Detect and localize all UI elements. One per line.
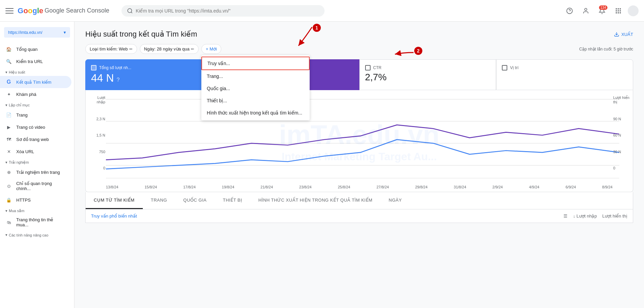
sidebar-item-tong-quan[interactable]: 🏠 Tổng quan: [0, 43, 71, 55]
sidebar-label: Kiểm tra URL: [16, 59, 43, 64]
app-title: Google Search Console: [45, 7, 109, 14]
dropdown-trang[interactable]: Trang...: [201, 70, 310, 82]
search-type-label: Loại tìm kiếm: Web: [90, 46, 128, 52]
search-input[interactable]: [136, 8, 319, 14]
export-button[interactable]: XUẤT: [614, 32, 633, 37]
metric-checkbox[interactable]: [365, 65, 371, 70]
sidebar-label: Kết quả Tìm kiếm: [16, 80, 51, 85]
header-actions: 134: [563, 4, 639, 18]
lock-icon: 🔒: [5, 197, 12, 203]
bottom-bar: Truy vấn phổ biến nhất ☰ ↓ Lượt nhập Lượ…: [85, 209, 633, 223]
help-button[interactable]: [563, 4, 576, 18]
col-luot-nhap[interactable]: ↓ Lượt nhập: [573, 213, 597, 219]
page-header: Hiệu suất trong kết quả Tìm kiếm XUẤT: [85, 30, 633, 39]
notifications-button[interactable]: 134: [595, 4, 609, 18]
sidebar-label: HTTPS: [16, 198, 31, 203]
y-label: 30 N: [613, 150, 630, 154]
y-label: 0: [88, 166, 105, 170]
notification-count: 134: [599, 5, 607, 10]
x-label: 4/9/24: [529, 185, 539, 189]
metric-checkbox[interactable]: [502, 65, 507, 70]
y-label: 0: [613, 166, 630, 170]
x-label: 13/8/24: [106, 185, 118, 189]
metrics-row: Tổng số lượt nh... 44 N ? Tổng số lượt h…: [85, 59, 633, 90]
date-range-filter[interactable]: Ngày: 28 ngày vừa qua ✏: [140, 44, 199, 54]
tab-quoc-gia[interactable]: QUỐC GIA: [175, 192, 215, 209]
y-label: 750: [88, 150, 105, 154]
x-label: 15/8/24: [145, 185, 157, 189]
sidebar-item-kiem-tra-url[interactable]: 🔍 Kiểm tra URL: [0, 55, 71, 67]
site-url: https://imta.edu.vn/: [8, 30, 42, 35]
sidebar-item-trang-co-video[interactable]: ▶ Trang có video: [0, 121, 71, 133]
sidebar-item-xoa-url[interactable]: ✕ Xóa URL: [0, 145, 71, 158]
section-lap-chi-muc[interactable]: ▾ Lập chỉ mục: [0, 100, 74, 109]
tab-thiet-bi[interactable]: THIẾT BỊ: [215, 192, 250, 209]
dropdown-quoc-gia[interactable]: Quốc gia...: [201, 82, 310, 95]
user-avatar[interactable]: [628, 5, 639, 16]
experience-icon: ⊕: [5, 169, 12, 176]
main-content: Hiệu suất trong kết quả Tìm kiếm XUẤT Lo…: [74, 22, 644, 308]
google-logo: Google Google Search Console: [18, 6, 109, 15]
sidebar-item-kham-pha[interactable]: ✦ Khám phá: [0, 88, 71, 100]
account-button[interactable]: [579, 4, 593, 18]
new-filter-button[interactable]: + Mới: [201, 44, 221, 54]
menu-icon[interactable]: [5, 7, 14, 15]
y-label: 60 N: [613, 133, 630, 137]
svg-rect-12: [620, 12, 621, 13]
sidebar-item-ket-qua-tim-kiem[interactable]: G Kết quả Tìm kiếm: [0, 76, 71, 88]
section-hieu-suat[interactable]: ▾ Hiệu suất: [0, 67, 74, 76]
metric-help-icon[interactable]: ?: [117, 77, 120, 83]
svg-rect-10: [616, 12, 617, 13]
dropdown-hinh-thuc[interactable]: Hình thức xuất hiện trong kết quả tìm ki…: [201, 107, 310, 119]
download-icon: [614, 32, 619, 37]
sidebar-label: Sơ đồ trang web: [16, 137, 49, 142]
filter-area: Loại tìm kiếm: Web ✏ Ngày: 28 ngày vừa q…: [85, 44, 633, 54]
new-filter-dropdown: + Mới Truy vấn... Trang... Quốc gia...: [201, 44, 221, 54]
x-label: 2/9/24: [492, 185, 503, 189]
tab-trang[interactable]: TRANG: [143, 192, 175, 209]
metric-label: Tổng số lượt nh...: [91, 65, 217, 70]
new-label: + Mới: [206, 46, 217, 52]
chevron-down-icon: ▾: [64, 30, 66, 35]
search-type-filter[interactable]: Loại tìm kiếm: Web ✏: [85, 44, 137, 54]
tab-cum-tu-tim-kiem[interactable]: CỤM TỪ TÌM KIẾM: [86, 192, 143, 209]
apps-button[interactable]: [612, 4, 625, 18]
site-selector[interactable]: https://imta.edu.vn/ ▾: [4, 27, 70, 38]
svg-rect-11: [618, 12, 619, 13]
sitemap-icon: 🗺: [5, 136, 12, 143]
sidebar-item-trang-thong-tin[interactable]: 🛍 Trang thông tin thẻ mua...: [0, 214, 71, 230]
svg-rect-7: [616, 10, 617, 11]
metrics-icon: ⊙: [5, 183, 12, 189]
metric-label: Vị trí: [502, 65, 627, 70]
section-tinh-nang-nang-cao[interactable]: ▾ Các tính năng nâng cao: [0, 230, 74, 239]
section-mua-sam[interactable]: ▾ Mua sắm: [0, 206, 74, 214]
chart-area: Lượt nhập 2,3 N 1,5 N 750 0: [86, 96, 633, 184]
sidebar: https://imta.edu.vn/ ▾ 🏠 Tổng quan 🔍 Kiể…: [0, 22, 74, 308]
col-luot-hien-thi[interactable]: Lượt hiển thị: [602, 213, 627, 219]
chart-container: Lượt nhập 2,3 N 1,5 N 750 0: [85, 90, 633, 192]
sidebar-label: Trang thông tin thẻ mua...: [16, 217, 66, 227]
sort-icon[interactable]: ☰: [563, 213, 568, 219]
metric-value: 44 N: [91, 72, 114, 84]
query-label: Truy vấn phổ biến nhất: [91, 213, 137, 219]
search-icon: 🔍: [5, 58, 12, 65]
dropdown-truy-van[interactable]: Truy vấn...: [201, 57, 310, 70]
metric-checkbox[interactable]: [91, 65, 96, 70]
search-bar: [121, 5, 325, 17]
tab-ngay[interactable]: NGÀY: [381, 192, 410, 209]
x-label: 27/8/24: [376, 185, 389, 189]
export-label: XUẤT: [621, 32, 633, 37]
y-label: Lượt hiển thị: [613, 96, 630, 104]
sidebar-item-https[interactable]: 🔒 HTTPS: [0, 194, 71, 206]
section-trai-nghiem[interactable]: ▾ Trải nghiệm: [0, 158, 74, 166]
y-label: Lượt nhập: [88, 96, 105, 104]
sidebar-label: Xóa URL: [16, 149, 34, 154]
tab-hinh-thuc-xuat-hien[interactable]: HÌNH THỨC XUẤT HIỆN TRONG KẾT QUẢ TÌM KI…: [250, 192, 380, 209]
sidebar-item-trai-nghiem-tren-trang[interactable]: ⊕ Trải nghiệm trên trang: [0, 166, 71, 178]
svg-point-0: [128, 8, 132, 13]
dropdown-thiet-bi[interactable]: Thiết bị...: [201, 95, 310, 107]
sidebar-item-trang[interactable]: 📄 Trang: [0, 109, 71, 121]
sidebar-item-so-do-trang-web[interactable]: 🗺 Sơ đồ trang web: [0, 133, 71, 145]
sidebar-item-chi-so-quan-trong[interactable]: ⊙ Chỉ số quan trọng chính...: [0, 178, 71, 194]
x-label: 25/8/24: [338, 185, 350, 189]
